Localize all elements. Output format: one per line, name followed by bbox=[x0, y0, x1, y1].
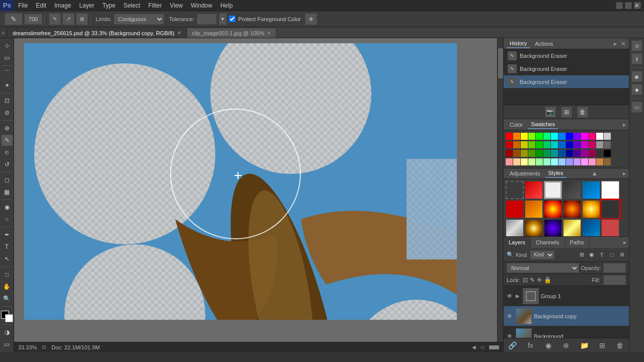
layer-expand-icon[interactable]: ▶ bbox=[516, 293, 520, 299]
menu-help[interactable]: Help bbox=[216, 1, 237, 10]
swatch[interactable] bbox=[574, 150, 581, 157]
actions-tab[interactable]: Actions bbox=[532, 40, 556, 48]
style-item[interactable] bbox=[563, 200, 581, 218]
swatch[interactable] bbox=[528, 150, 535, 157]
new-group-btn[interactable]: 📁 bbox=[579, 340, 590, 351]
tool-preset-btn[interactable]: ✎ bbox=[5, 13, 23, 25]
swatch[interactable] bbox=[513, 141, 520, 148]
tolerance-input[interactable]: 50% bbox=[197, 14, 217, 25]
brush-mode-btn[interactable]: ⊞ bbox=[76, 13, 88, 25]
hand-tool[interactable]: ✋ bbox=[2, 281, 13, 292]
history-panel-close[interactable]: ✕ bbox=[621, 40, 626, 47]
delete-layer-btn[interactable]: 🗑 bbox=[614, 340, 625, 351]
layers-panel-menu[interactable]: ▸ bbox=[621, 237, 629, 248]
history-item-active[interactable]: ✎ Background Eraser bbox=[504, 75, 629, 88]
menu-select[interactable]: Select bbox=[119, 1, 144, 10]
swatch[interactable] bbox=[566, 141, 573, 148]
prev-frame-btn[interactable]: ◀ bbox=[471, 344, 477, 350]
history-panel-menu[interactable]: ▸ bbox=[614, 40, 617, 47]
minimize-button[interactable] bbox=[616, 2, 623, 9]
lock-paint-icon[interactable]: ✎ bbox=[530, 277, 535, 284]
brush-size-input[interactable]: 700 bbox=[24, 14, 42, 25]
move-tool[interactable]: ⊹ bbox=[2, 40, 13, 51]
swatch[interactable] bbox=[558, 133, 566, 140]
adjustments-tab[interactable]: Adjustments bbox=[507, 169, 543, 177]
swatch[interactable] bbox=[543, 133, 550, 140]
blend-mode-select[interactable]: Normal Dissolve Multiply Screen bbox=[507, 263, 579, 273]
swatch[interactable] bbox=[506, 133, 513, 140]
navigator-icon[interactable]: ⊙ bbox=[42, 344, 46, 350]
crop-tool[interactable]: ⊡ bbox=[2, 96, 13, 107]
history-item[interactable]: ✎ Background Eraser bbox=[504, 49, 629, 62]
swatch[interactable] bbox=[581, 133, 588, 140]
gradient-tool[interactable]: ▦ bbox=[2, 187, 13, 198]
history-item[interactable]: ✎ Background Eraser bbox=[504, 62, 629, 75]
color-panel-menu[interactable]: ▸ bbox=[623, 121, 626, 128]
lock-move-icon[interactable]: ✛ bbox=[537, 277, 542, 284]
channels-tab[interactable]: Channels bbox=[531, 237, 565, 248]
swatch[interactable] bbox=[589, 158, 596, 165]
brush-tool[interactable]: ✎ bbox=[2, 135, 13, 146]
marquee-tool[interactable]: ▭ bbox=[2, 52, 13, 63]
swatch[interactable] bbox=[536, 158, 543, 165]
eyedropper-tool[interactable]: ⊘ bbox=[2, 107, 13, 118]
swatch[interactable] bbox=[543, 158, 550, 165]
magic-wand-tool[interactable]: ✶ bbox=[2, 80, 13, 91]
layer-visibility-icon[interactable]: 👁 bbox=[506, 332, 514, 338]
swatch[interactable] bbox=[566, 133, 573, 140]
swatch[interactable] bbox=[528, 158, 535, 165]
delete-state-btn[interactable]: 🗑 bbox=[577, 107, 588, 118]
swatch[interactable] bbox=[574, 158, 581, 165]
close-button[interactable]: ✕ bbox=[634, 2, 641, 9]
swatch[interactable] bbox=[521, 141, 528, 148]
style-item[interactable] bbox=[544, 200, 562, 218]
style-item[interactable] bbox=[601, 181, 619, 199]
adjustments-btn[interactable]: ◉ bbox=[631, 71, 642, 82]
timeline-btn[interactable]: ▭ bbox=[631, 102, 642, 113]
filter-pixel-icon[interactable]: ⊞ bbox=[578, 251, 586, 259]
lock-transparent-icon[interactable]: ⊡ bbox=[523, 277, 528, 284]
canvas-vscrollbar[interactable] bbox=[497, 38, 503, 346]
shape-tool[interactable]: □ bbox=[2, 269, 13, 280]
style-item[interactable] bbox=[563, 181, 581, 199]
swatch[interactable] bbox=[604, 133, 611, 140]
swatch[interactable] bbox=[536, 150, 543, 157]
swatch[interactable] bbox=[566, 158, 573, 165]
layer-visibility-icon[interactable]: 👁 bbox=[506, 312, 514, 320]
timeline-thumb[interactable] bbox=[489, 345, 499, 349]
swatch[interactable] bbox=[581, 150, 588, 157]
panel-toggle[interactable]: « bbox=[0, 28, 7, 38]
swatch[interactable] bbox=[574, 141, 581, 148]
background-color[interactable] bbox=[5, 314, 13, 322]
menu-type[interactable]: Type bbox=[98, 1, 119, 10]
swatch[interactable] bbox=[528, 133, 535, 140]
swatch[interactable] bbox=[551, 158, 558, 165]
swatch[interactable] bbox=[589, 150, 596, 157]
style-item[interactable] bbox=[601, 219, 619, 236]
style-item[interactable] bbox=[506, 219, 524, 236]
swatches-tab[interactable]: Swatches bbox=[528, 120, 558, 129]
style-item[interactable] bbox=[582, 181, 600, 199]
history-tab[interactable]: History bbox=[507, 39, 530, 48]
swatch[interactable] bbox=[536, 133, 543, 140]
link-layers-btn[interactable]: 🔗 bbox=[507, 340, 518, 351]
swatch[interactable] bbox=[543, 150, 550, 157]
add-style-btn[interactable]: fx bbox=[525, 340, 536, 351]
swatch[interactable] bbox=[604, 150, 611, 157]
styles-collapse-btn[interactable]: ▲ bbox=[591, 169, 599, 177]
canvas-area[interactable]: ◂ ▸ 33.33% ⊙ Doc: 22.1M/101.9M ◀ ◁ ▷ bbox=[14, 38, 503, 352]
layer-item-bg-copy[interactable]: 👁 Background copy bbox=[504, 306, 629, 326]
tab-close-psd[interactable]: ✕ bbox=[177, 30, 181, 36]
canvas-vscroll-thumb[interactable] bbox=[498, 48, 503, 78]
eraser-tool[interactable]: ◻ bbox=[2, 174, 13, 186]
menu-filter[interactable]: Filter bbox=[144, 1, 166, 10]
swatch[interactable] bbox=[589, 133, 596, 140]
swatch[interactable] bbox=[551, 133, 558, 140]
style-item[interactable] bbox=[506, 181, 524, 199]
text-tool[interactable]: T bbox=[2, 241, 13, 252]
swatch[interactable] bbox=[528, 141, 535, 148]
swatch[interactable] bbox=[506, 158, 513, 165]
tolerance-arrow-btn[interactable]: ▾ bbox=[219, 13, 227, 25]
swatch[interactable] bbox=[581, 158, 588, 165]
lasso-tool[interactable]: ⌒ bbox=[2, 68, 13, 79]
